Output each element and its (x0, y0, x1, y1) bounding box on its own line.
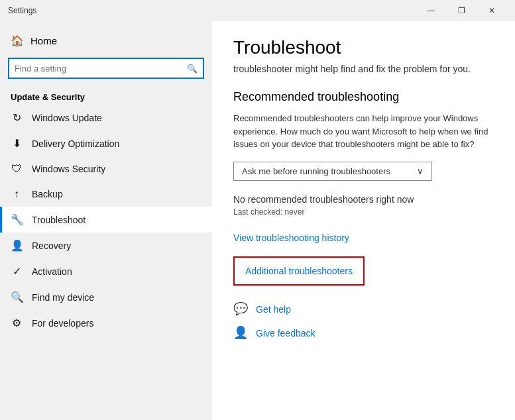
additional-troubleshooters-link[interactable]: Additional troubleshooters (245, 266, 353, 276)
dropdown-chevron-icon: ∨ (417, 166, 424, 176)
give-feedback-link[interactable]: Give feedback (256, 328, 315, 339)
help-section: 💬 Get help 👤 Give feedback (233, 301, 494, 341)
home-icon: 🏠 (11, 34, 23, 47)
sidebar-item-windows-security[interactable]: 🛡 Windows Security (0, 156, 212, 182)
get-help-link[interactable]: Get help (256, 304, 291, 315)
recovery-icon: 👤 (11, 239, 23, 252)
last-checked-text: Last checked: never (233, 207, 494, 217)
sidebar-item-label: Delivery Optimization (32, 138, 119, 149)
for-developers-icon: ⚙ (11, 317, 23, 329)
sidebar-item-label: Activation (32, 266, 72, 277)
sidebar-item-windows-update[interactable]: ↻ Windows Update (0, 105, 212, 131)
dropdown-value: Ask me before running troubleshooters (242, 166, 390, 176)
windows-security-icon: 🛡 (11, 163, 23, 175)
sidebar-item-activation[interactable]: ✓ Activation (0, 258, 212, 284)
search-box[interactable]: 🔍 (8, 58, 204, 79)
sidebar-item-backup[interactable]: ↑ Backup (0, 182, 212, 207)
titlebar-controls: — ❐ ✕ (416, 0, 507, 21)
sidebar-item-label: Recovery (32, 240, 71, 251)
recommended-section-desc: Recommended troubleshooters can help imp… (233, 112, 494, 151)
sidebar-item-recovery[interactable]: 👤 Recovery (0, 233, 212, 258)
sidebar-home-item[interactable]: 🏠 Home (0, 26, 212, 55)
additional-troubleshooters-box: Additional troubleshooters (233, 256, 365, 286)
maximize-button[interactable]: ❐ (446, 0, 477, 21)
give-feedback-icon: 👤 (233, 325, 249, 341)
find-my-device-icon: 🔍 (11, 291, 23, 303)
backup-icon: ↑ (11, 188, 23, 200)
sidebar-item-label: Windows Security (32, 164, 105, 174)
view-history-link[interactable]: View troubleshooting history (233, 233, 494, 243)
page-title: Troubleshoot (233, 37, 494, 58)
get-help-icon: 💬 (233, 301, 249, 317)
sidebar-item-label: For developers (32, 318, 93, 329)
activation-icon: ✓ (11, 265, 23, 278)
no-troubleshooters-text: No recommended troubleshooters right now (233, 194, 494, 205)
right-panel: Troubleshoot troubleshooter might help f… (212, 21, 515, 420)
troubleshoot-icon: 🔧 (11, 213, 23, 226)
recommended-section-title: Recommended troubleshooting (233, 90, 494, 104)
sidebar: 🏠 Home 🔍 Update & Security ↻ Windows Upd… (0, 21, 212, 420)
titlebar: Settings — ❐ ✕ (0, 0, 515, 21)
settings-window: Settings — ❐ ✕ 🏠 Home 🔍 Update & Securit… (0, 0, 515, 420)
search-input[interactable] (15, 64, 187, 74)
give-feedback-item: 👤 Give feedback (233, 325, 494, 341)
sidebar-item-troubleshoot[interactable]: 🔧 Troubleshoot (0, 207, 212, 233)
windows-update-icon: ↻ (11, 111, 23, 124)
close-button[interactable]: ✕ (477, 0, 507, 21)
minimize-button[interactable]: — (416, 0, 446, 21)
get-help-item: 💬 Get help (233, 301, 494, 317)
sidebar-item-label: Troubleshoot (32, 215, 86, 225)
sidebar-section-label: Update & Security (0, 87, 212, 105)
sidebar-item-delivery-optimization[interactable]: ⬇ Delivery Optimization (0, 131, 212, 156)
sidebar-item-label: Windows Update (32, 113, 102, 123)
main-content: 🏠 Home 🔍 Update & Security ↻ Windows Upd… (0, 21, 515, 420)
troubleshooter-dropdown[interactable]: Ask me before running troubleshooters ∨ (233, 162, 432, 181)
sidebar-item-label: Backup (32, 189, 63, 199)
titlebar-title: Settings (8, 6, 36, 15)
intro-text: troubleshooter might help find and fix t… (233, 64, 494, 74)
sidebar-home-label: Home (30, 35, 57, 46)
delivery-optimization-icon: ⬇ (11, 137, 23, 150)
sidebar-item-for-developers[interactable]: ⚙ For developers (0, 310, 212, 336)
search-icon: 🔍 (187, 64, 198, 74)
sidebar-item-label: Find my device (32, 292, 94, 303)
sidebar-item-find-my-device[interactable]: 🔍 Find my device (0, 284, 212, 310)
